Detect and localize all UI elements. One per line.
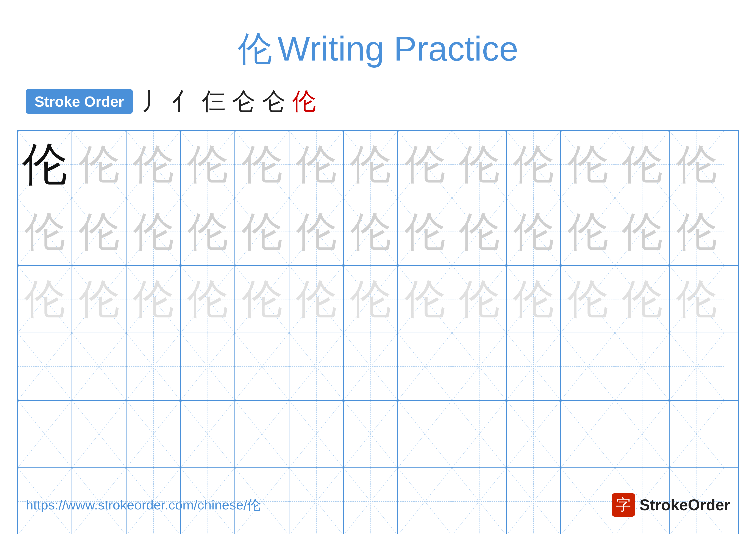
svg-line-94 (452, 333, 506, 400)
svg-line-99 (561, 333, 615, 400)
svg-line-91 (344, 333, 397, 400)
grid-cell-1-2: 伦 (72, 131, 126, 198)
stroke-step-3: 仨 (202, 85, 226, 117)
grid-cell-1-10: 伦 (507, 131, 561, 198)
grid-cell-3-4: 伦 (181, 266, 235, 333)
grid-cell-2-13: 伦 (670, 198, 724, 265)
svg-line-117 (344, 401, 397, 468)
svg-line-97 (507, 333, 560, 400)
grid-cell-5-7 (344, 401, 398, 468)
grid-cell-3-6: 伦 (289, 266, 344, 333)
svg-line-114 (289, 401, 343, 468)
svg-line-105 (18, 401, 71, 468)
grid-cell-3-1: 伦 (18, 266, 72, 333)
grid-cell-1-3: 伦 (126, 131, 181, 198)
stroke-step-2: 亻 (172, 85, 195, 117)
svg-line-93 (398, 333, 452, 400)
logo-icon: 字 (611, 493, 635, 517)
svg-line-122 (507, 401, 560, 468)
svg-line-82 (126, 333, 180, 400)
grid-cell-4-3 (126, 333, 181, 400)
svg-line-107 (72, 401, 126, 468)
svg-line-129 (670, 401, 724, 468)
svg-line-100 (615, 333, 669, 400)
grid-cell-1-13: 伦 (670, 131, 724, 198)
grid-cell-2-1: 伦 (18, 198, 72, 265)
svg-line-113 (235, 401, 289, 468)
title-text: Writing Practice (278, 29, 518, 68)
svg-line-101 (615, 333, 669, 400)
grid-cell-5-3 (126, 401, 181, 468)
footer-url-link[interactable]: https://www.strokeorder.com/chinese/伦 (26, 496, 260, 514)
svg-line-118 (398, 401, 452, 468)
svg-line-88 (289, 333, 343, 400)
svg-line-116 (344, 401, 397, 468)
footer: https://www.strokeorder.com/chinese/伦 字 … (0, 493, 756, 517)
grid-cell-4-1 (18, 333, 72, 400)
svg-line-92 (398, 333, 452, 400)
svg-line-124 (561, 401, 615, 468)
svg-line-78 (18, 333, 71, 400)
title-char: 伦 (238, 29, 272, 68)
grid-cell-4-7 (344, 333, 398, 400)
svg-line-108 (126, 401, 180, 468)
svg-line-98 (561, 333, 615, 400)
grid-cell-2-10: 伦 (507, 198, 561, 265)
grid-cell-1-12: 伦 (615, 131, 670, 198)
stroke-step-6: 伦 (292, 85, 316, 117)
grid-cell-2-8: 伦 (398, 198, 452, 265)
stroke-steps: 丿 亻 仨 仑 仑 伦 (141, 85, 316, 117)
svg-line-80 (72, 333, 126, 400)
grid-cell-5-10 (507, 401, 561, 468)
grid-cell-1-6: 伦 (289, 131, 344, 198)
grid-cell-2-2: 伦 (72, 198, 126, 265)
grid-cell-4-6 (289, 333, 344, 400)
grid-cell-2-11: 伦 (561, 198, 615, 265)
grid-cell-3-2: 伦 (72, 266, 126, 333)
grid-cell-5-8 (398, 401, 452, 468)
svg-line-95 (452, 333, 506, 400)
grid-cell-3-10: 伦 (507, 266, 561, 333)
stroke-step-1: 丿 (141, 85, 165, 117)
grid-cell-4-13 (670, 333, 724, 400)
grid-cell-1-1: 伦 (18, 131, 72, 198)
svg-line-128 (670, 401, 724, 468)
grid-cell-1-7: 伦 (344, 131, 398, 198)
grid-cell-2-4: 伦 (181, 198, 235, 265)
svg-line-90 (344, 333, 397, 400)
svg-line-104 (18, 401, 71, 468)
grid-cell-3-9: 伦 (452, 266, 507, 333)
grid-row-2: 伦 伦 伦 伦 伦 伦 伦 伦 (18, 198, 738, 266)
page-title: 伦 Writing Practice (0, 0, 756, 85)
grid-cell-4-12 (615, 333, 670, 400)
svg-line-106 (72, 401, 126, 468)
svg-line-103 (670, 333, 724, 400)
grid-cell-5-12 (615, 401, 670, 468)
svg-line-87 (235, 333, 289, 400)
svg-line-123 (507, 401, 560, 468)
grid-row-5 (18, 401, 738, 468)
svg-line-126 (615, 401, 669, 468)
stroke-order-row: Stroke Order 丿 亻 仨 仑 仑 伦 (0, 85, 756, 117)
grid-cell-4-5 (235, 333, 289, 400)
footer-logo: 字 StrokeOrder (611, 493, 730, 517)
svg-line-81 (72, 333, 126, 400)
grid-cell-4-4 (181, 333, 235, 400)
svg-line-127 (615, 401, 669, 468)
svg-line-79 (18, 333, 71, 400)
grid-cell-3-3: 伦 (126, 266, 181, 333)
stroke-step-5: 仑 (262, 85, 286, 117)
grid-cell-2-12: 伦 (615, 198, 670, 265)
grid-cell-5-9 (452, 401, 507, 468)
grid-cell-3-11: 伦 (561, 266, 615, 333)
grid-cell-3-13: 伦 (670, 266, 724, 333)
svg-line-112 (235, 401, 289, 468)
svg-line-109 (126, 401, 180, 468)
grid-cell-4-2 (72, 333, 126, 400)
grid-cell-1-4: 伦 (181, 131, 235, 198)
grid-cell-1-9: 伦 (452, 131, 507, 198)
grid-cell-4-8 (398, 333, 452, 400)
grid-cell-1-11: 伦 (561, 131, 615, 198)
grid-cell-3-7: 伦 (344, 266, 398, 333)
svg-line-84 (181, 333, 234, 400)
